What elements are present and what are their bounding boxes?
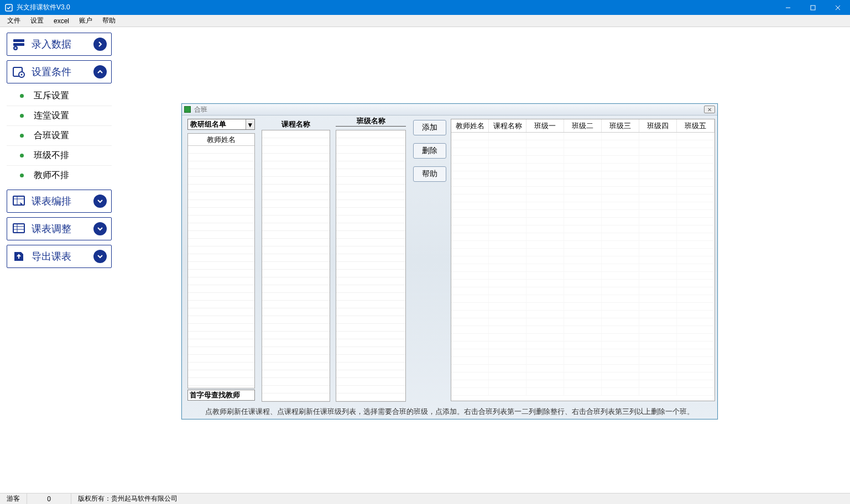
svg-rect-6 xyxy=(13,43,24,46)
nav-schedule-arrange[interactable]: 课表编排 xyxy=(7,190,112,213)
chevron-down-icon: ▾ xyxy=(246,119,254,129)
nav-label: 课表调整 xyxy=(32,222,93,235)
nav-label: 导出课表 xyxy=(32,250,93,263)
child-titlebar: 合班 ✕ xyxy=(182,104,717,116)
status-user: 游客 xyxy=(0,494,27,504)
dropdown-value: 教研组名单 xyxy=(190,119,226,129)
chevron-right-icon xyxy=(93,38,107,51)
sidebar-item-label: 连堂设置 xyxy=(34,110,69,122)
sidebar-item-label: 教师不排 xyxy=(34,170,69,181)
dot-icon xyxy=(20,174,24,177)
grid-col-teacher: 教师姓名 xyxy=(451,119,489,132)
delete-button[interactable]: 删除 xyxy=(413,143,446,159)
gear-icon xyxy=(12,65,26,79)
minimize-button[interactable] xyxy=(775,0,800,15)
copyright-label: 版权所有： xyxy=(78,494,111,503)
svg-rect-2 xyxy=(811,6,815,10)
sidebar-item-consecutive[interactable]: 连堂设置 xyxy=(7,106,112,125)
course-listbox[interactable] xyxy=(262,130,330,402)
teacher-search-label[interactable]: 首字母查找教师 xyxy=(187,390,255,401)
chevron-down-icon xyxy=(93,250,107,263)
nav-label: 录入数据 xyxy=(32,38,93,51)
action-buttons: 添加 删除 帮助 xyxy=(413,120,446,182)
titlebar: 兴文排课软件V3.0 xyxy=(0,0,850,15)
menu-settings[interactable]: 设置 xyxy=(25,15,49,27)
menu-account[interactable]: 账户 xyxy=(74,15,97,27)
table-icon xyxy=(12,222,26,236)
menu-help[interactable]: 帮助 xyxy=(97,15,121,27)
chevron-down-icon xyxy=(93,195,107,208)
teacher-list-header: 教师姓名 xyxy=(188,134,254,146)
chevron-up-icon xyxy=(93,65,107,78)
grid-col-class3: 班级三 xyxy=(602,119,639,132)
grid-col-class4: 班级四 xyxy=(639,119,677,132)
svg-rect-5 xyxy=(13,39,24,42)
dot-icon xyxy=(20,114,24,118)
sidebar-item-mutex[interactable]: 互斥设置 xyxy=(7,86,112,106)
window-icon xyxy=(184,106,191,113)
data-entry-icon xyxy=(12,37,26,51)
dot-icon xyxy=(20,134,24,138)
child-window-title: 合班 xyxy=(194,105,207,114)
status-count: 0 xyxy=(27,494,71,504)
table-cursor-icon xyxy=(12,194,26,208)
course-header: 课程名称 xyxy=(262,119,330,130)
menu-file[interactable]: 文件 xyxy=(2,15,25,27)
sidebar-item-label: 互斥设置 xyxy=(34,90,69,102)
window-title: 兴文排课软件V3.0 xyxy=(17,3,775,12)
svg-rect-16 xyxy=(13,224,24,233)
class-column: 班级名称 xyxy=(336,116,406,402)
sidebar-item-label: 班级不排 xyxy=(34,150,69,161)
sidebar-item-combine-class[interactable]: 合班设置 xyxy=(7,125,112,145)
workspace: 录入数据 设置条件 互斥设置 连堂设置 合班设置 班级不排 教师不排 课表编排 … xyxy=(0,27,850,493)
sidebar-item-teacher-exclude[interactable]: 教师不排 xyxy=(7,165,112,185)
help-button[interactable]: 帮助 xyxy=(413,166,446,182)
child-close-button[interactable]: ✕ xyxy=(704,106,715,113)
statusbar: 游客 0 版权所有： 贵州起马软件有限公司 xyxy=(0,493,850,504)
nav-sublist: 互斥设置 连堂设置 合班设置 班级不排 教师不排 xyxy=(7,86,112,185)
child-body: 教研组名单 ▾ 教师姓名 首字母查找教师 课程名称 班级名称 xyxy=(182,116,717,405)
upload-icon xyxy=(12,249,26,264)
sidebar-item-class-exclude[interactable]: 班级不排 xyxy=(7,145,112,165)
window-controls xyxy=(775,0,850,15)
course-column: 课程名称 xyxy=(262,119,330,402)
nav-export[interactable]: 导出课表 xyxy=(7,245,112,268)
nav-set-conditions[interactable]: 设置条件 xyxy=(7,60,112,83)
dot-icon xyxy=(20,94,24,98)
nav-label: 课表编排 xyxy=(32,195,93,208)
chevron-down-icon xyxy=(93,222,107,235)
nav-label: 设置条件 xyxy=(32,65,93,78)
teacher-group-dropdown[interactable]: 教研组名单 ▾ xyxy=(187,119,255,130)
status-copyright: 版权所有： 贵州起马软件有限公司 xyxy=(71,494,184,504)
side-panel: 录入数据 设置条件 互斥设置 连堂设置 合班设置 班级不排 教师不排 课表编排 … xyxy=(7,33,112,272)
hint-text: 点教师刷新任课课程、点课程刷新任课班级列表，选择需要合班的班级，点添加。右击合班… xyxy=(182,405,717,419)
grid-header: 教师姓名 课程名称 班级一 班级二 班级三 班级四 班级五 xyxy=(451,119,715,133)
menu-excel[interactable]: excel xyxy=(49,16,74,26)
nav-input-data[interactable]: 录入数据 xyxy=(7,33,112,56)
close-button[interactable] xyxy=(825,0,850,15)
grid-col-course: 课程名称 xyxy=(489,119,526,132)
child-window-combine-class: 合班 ✕ 教研组名单 ▾ 教师姓名 首字母查找教师 课程名称 xyxy=(181,103,718,419)
nav-schedule-adjust[interactable]: 课表调整 xyxy=(7,217,112,240)
combine-class-grid[interactable]: 教师姓名 课程名称 班级一 班级二 班级三 班级四 班级五 xyxy=(451,119,715,401)
teacher-listbox[interactable]: 教师姓名 xyxy=(187,133,255,389)
menubar: 文件 设置 excel 账户 帮助 xyxy=(0,15,850,27)
grid-col-class2: 班级二 xyxy=(564,119,602,132)
svg-point-12 xyxy=(21,74,23,76)
maximize-button[interactable] xyxy=(800,0,825,15)
grid-col-class1: 班级一 xyxy=(526,119,564,132)
svg-rect-13 xyxy=(13,196,24,205)
copyright-owner: 贵州起马软件有限公司 xyxy=(111,494,178,503)
dot-icon xyxy=(20,154,24,158)
add-button[interactable]: 添加 xyxy=(413,120,446,135)
teacher-column: 教研组名单 ▾ 教师姓名 首字母查找教师 xyxy=(187,119,257,401)
app-icon xyxy=(4,3,13,12)
class-header: 班级名称 xyxy=(336,116,406,127)
sidebar-item-label: 合班设置 xyxy=(34,130,69,141)
class-listbox[interactable] xyxy=(336,130,406,402)
grid-col-class5: 班级五 xyxy=(677,119,715,132)
